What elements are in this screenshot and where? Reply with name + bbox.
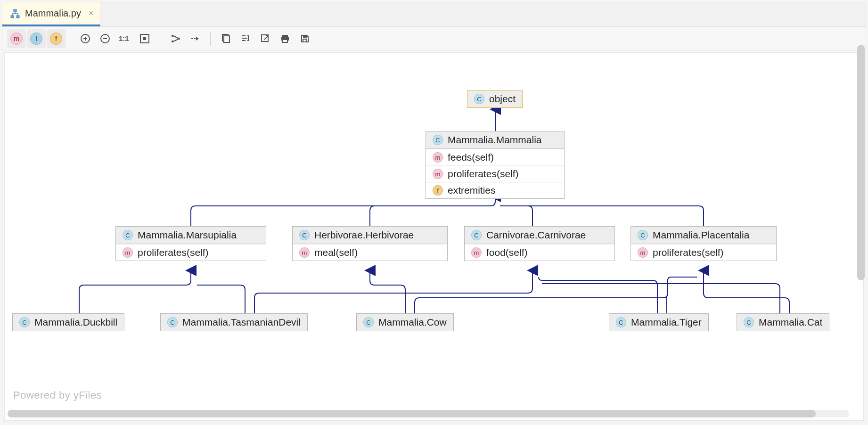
uml-diagram-icon	[10, 8, 20, 19]
method-icon: m	[433, 152, 443, 163]
svg-point-10	[178, 37, 180, 39]
method-badge-icon: m	[10, 33, 23, 45]
class-node-herbivorae[interactable]: CHerbivorae.Herbivorae mmeal(self)	[292, 226, 448, 261]
toolbar-separator	[210, 32, 211, 46]
export-button[interactable]	[256, 29, 275, 48]
route-icon	[189, 33, 201, 44]
tab-mammalia[interactable]: Mammalia.py ×	[2, 2, 100, 26]
class-name: Mammalia.Mammalia	[448, 134, 542, 146]
close-icon[interactable]: ×	[89, 8, 94, 18]
field-icon: f	[433, 185, 443, 196]
fit-icon	[139, 33, 150, 44]
toolbar-separator	[160, 32, 160, 46]
svg-rect-18	[303, 39, 307, 42]
powered-by-label: Powered by yFiles	[13, 389, 102, 401]
class-node-tiger[interactable]: CMammalia.Tiger	[609, 313, 709, 331]
class-node-marsupialia[interactable]: CMammalia.Marsupialia mproliferates(self…	[115, 226, 266, 261]
class-node-duckbill[interactable]: CMammalia.Duckbill	[12, 313, 124, 331]
editor-tabbar: Mammalia.py ×	[2, 2, 866, 27]
method-label: meal(self)	[314, 247, 358, 258]
svg-rect-7	[143, 37, 146, 40]
copy-icon	[221, 33, 231, 44]
diagram-window: Mammalia.py × m I f	[2, 2, 866, 423]
toggle-methods-button[interactable]: m	[7, 29, 26, 48]
svg-rect-12	[224, 36, 229, 42]
class-name: Mammalia.Cat	[759, 317, 822, 328]
svg-point-8	[172, 34, 173, 36]
layout-tree-button[interactable]	[166, 29, 185, 48]
export-icon	[260, 33, 270, 44]
class-icon: C	[638, 230, 648, 240]
svg-rect-2	[16, 16, 19, 18]
method-label: feeds(self)	[448, 152, 494, 163]
class-name: Mammalia.Cow	[378, 317, 447, 328]
zoom-actual-button[interactable]: 1:1	[115, 29, 134, 48]
method-icon: m	[123, 247, 133, 258]
method-label: food(self)	[486, 247, 528, 258]
class-icon: C	[744, 317, 754, 327]
horizontal-scrollbar[interactable]	[8, 410, 849, 417]
save-icon	[300, 33, 310, 44]
zoom-out-icon	[99, 33, 111, 44]
class-icon: C	[471, 230, 482, 240]
vertical-scrollbar[interactable]	[857, 45, 865, 280]
class-icon: C	[19, 317, 30, 327]
class-name: Carnivorae.Carnivorae	[486, 229, 586, 241]
class-icon: C	[123, 230, 133, 240]
svg-rect-0	[14, 9, 16, 12]
print-icon	[280, 33, 290, 44]
rename-icon	[240, 33, 251, 44]
method-icon: m	[299, 247, 310, 258]
class-node-carnivorae[interactable]: CCarnivorae.Carnivorae mfood(self)	[464, 226, 615, 261]
layout-route-button[interactable]	[186, 29, 205, 48]
class-name: Mammalia.Tiger	[631, 317, 702, 328]
toggle-fields-button[interactable]: f	[47, 29, 66, 48]
rename-button[interactable]	[236, 29, 255, 48]
diagram-canvas[interactable]: C object C Mammalia.Mammalia mfeeds(self…	[4, 52, 864, 421]
method-label: proliferates(self)	[448, 168, 519, 180]
one-to-one-icon: 1:1	[119, 34, 131, 43]
svg-rect-14	[282, 35, 288, 37]
class-name: Mammalia.TasmanianDevil	[182, 317, 301, 328]
zoom-in-button[interactable]	[76, 29, 95, 48]
class-name: Mammalia.Marsupialia	[138, 229, 237, 241]
method-icon: m	[433, 169, 443, 179]
diagram-toolbar: m I f 1:1	[2, 27, 866, 50]
svg-text:1:1: 1:1	[119, 34, 129, 42]
class-node-mammalia[interactable]: C Mammalia.Mammalia mfeeds(self) mprolif…	[426, 131, 565, 199]
class-node-placentalia[interactable]: CMammalia.Placentalia mproliferates(self…	[631, 226, 777, 261]
method-label: proliferates(self)	[138, 247, 209, 258]
class-icon: C	[299, 230, 310, 240]
class-node-object[interactable]: C object	[467, 90, 523, 108]
tree-layout-icon	[170, 33, 181, 44]
class-node-tasmaniandevil[interactable]: CMammalia.TasmanianDevil	[160, 313, 308, 331]
field-label: extremities	[448, 185, 496, 196]
save-button[interactable]	[295, 29, 314, 48]
svg-rect-17	[303, 35, 307, 38]
initializer-badge-icon: I	[30, 33, 42, 45]
class-name: Mammalia.Placentalia	[653, 229, 749, 241]
zoom-out-button[interactable]	[96, 29, 115, 48]
class-icon: C	[433, 135, 443, 145]
class-node-cat[interactable]: CMammalia.Cat	[737, 313, 829, 331]
class-name: Mammalia.Duckbill	[34, 317, 117, 328]
field-badge-icon: f	[50, 33, 62, 45]
method-icon: m	[638, 247, 648, 258]
toggle-initializers-button[interactable]: I	[27, 29, 46, 48]
fit-content-button[interactable]	[135, 29, 154, 48]
class-node-cow[interactable]: CMammalia.Cow	[356, 313, 454, 331]
svg-rect-1	[11, 16, 14, 18]
print-button[interactable]	[276, 29, 295, 48]
scrollbar-thumb[interactable]	[8, 410, 816, 417]
method-label: proliferates(self)	[653, 247, 724, 258]
svg-point-9	[172, 40, 173, 42]
svg-rect-16	[283, 40, 287, 42]
copy-diagram-button[interactable]	[216, 29, 235, 48]
scrollbar-thumb[interactable]	[857, 45, 865, 280]
class-icon: C	[474, 94, 484, 104]
class-icon: C	[167, 317, 178, 327]
class-icon: C	[616, 317, 626, 327]
tab-label: Mammalia.py	[25, 8, 81, 19]
class-name: object	[489, 93, 516, 105]
zoom-in-icon	[80, 33, 91, 44]
